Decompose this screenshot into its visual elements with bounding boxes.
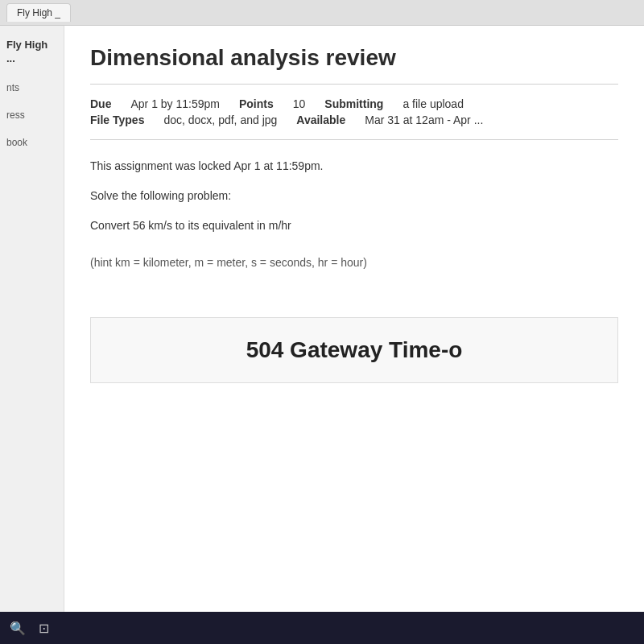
title-divider	[90, 84, 618, 85]
page-title: Dimensional analysis review	[90, 45, 618, 71]
locked-notice: This assignment was locked Apr 1 at 11:5…	[90, 156, 618, 176]
submitting-label: Submitting	[324, 97, 383, 110]
taskbar: 🔍 ⊡	[0, 612, 644, 644]
taskbar-window-icon[interactable]: ⊡	[39, 621, 49, 636]
available-label: Available	[296, 114, 345, 126]
meta-section: Due Apr 1 by 11:59pm Points 10 Submittin…	[90, 97, 618, 126]
available-value: Mar 31 at 12am - Apr ...	[365, 114, 483, 126]
submitting-value: a file upload	[402, 97, 464, 110]
file-types-value: doc, docx, pdf, and jpg	[163, 114, 277, 126]
gateway-error-title: 504 Gateway Time-o	[246, 337, 463, 362]
search-icon: 🔍	[10, 621, 26, 636]
tab-bar: Fly High _	[0, 0, 644, 26]
sidebar-brand: Fly High ...	[6, 39, 57, 66]
browser-tab[interactable]: Fly High _	[6, 3, 71, 22]
content-area: Dimensional analysis review Due Apr 1 by…	[64, 26, 644, 612]
gateway-error-banner: 504 Gateway Time-o	[90, 317, 618, 383]
sidebar-item-nts[interactable]: nts	[6, 82, 57, 93]
hint-text: (hint km = kilometer, m = meter, s = sec…	[90, 256, 618, 269]
sidebar-item-book[interactable]: book	[6, 137, 57, 148]
taskbar-search[interactable]: 🔍	[10, 621, 26, 636]
sidebar-item-ress[interactable]: ress	[6, 109, 57, 121]
file-types-label: File Types	[90, 114, 144, 126]
points-value: 10	[293, 97, 306, 110]
sidebar: Fly High ... nts ress book	[0, 26, 64, 612]
instruction2: Convert 56 km/s to its equivalent in m/h…	[90, 216, 618, 236]
meta-row-2: File Types doc, docx, pdf, and jpg Avail…	[90, 114, 618, 126]
meta-divider	[90, 139, 618, 140]
meta-row-1: Due Apr 1 by 11:59pm Points 10 Submittin…	[90, 97, 618, 110]
main-layout: Fly High ... nts ress book Dimensional a…	[0, 26, 644, 612]
due-label: Due	[90, 97, 111, 110]
due-value: Apr 1 by 11:59pm	[130, 97, 220, 110]
instruction1: Solve the following problem:	[90, 186, 618, 206]
points-label: Points	[239, 97, 274, 110]
